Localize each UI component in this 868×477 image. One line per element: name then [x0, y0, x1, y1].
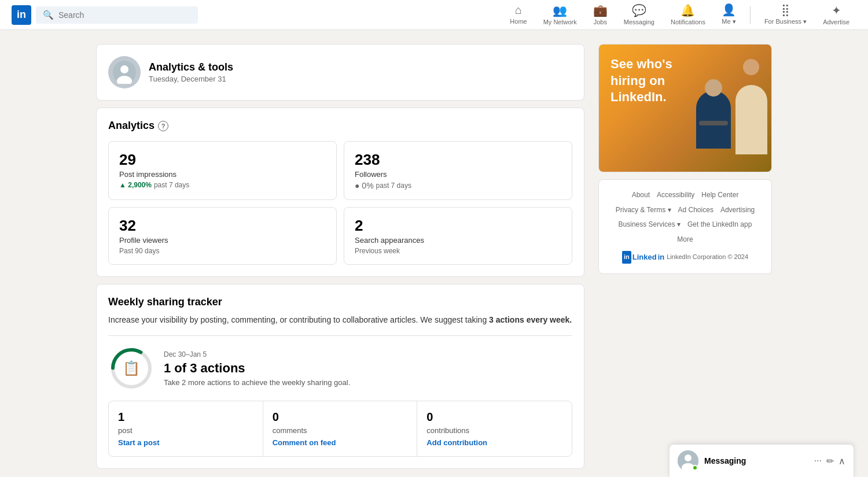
nav-me-label: Me ▾ — [722, 18, 735, 25]
tracker-progress-icon: 📋 — [123, 360, 140, 376]
nav-notifications-label: Notifications — [671, 19, 705, 25]
messaging-more-button[interactable]: ··· — [814, 456, 822, 466]
nav-advertise[interactable]: ✦ Advertise — [816, 0, 856, 30]
analytics-box-post-impressions[interactable]: 29 Post impressions ▲ 2,900% past 7 days — [108, 141, 337, 200]
profile-name: Analytics & tools — [149, 61, 233, 73]
search-appearances-sub: Previous week — [355, 247, 561, 255]
stat-posts-label: post — [118, 426, 253, 435]
tracker-progress-row: 📋 Dec 30–Jan 5 1 of 3 actions Take 2 mor… — [108, 345, 572, 391]
search-appearances-number: 2 — [355, 217, 561, 235]
footer-logo: inLinkedin — [622, 250, 664, 264]
main-content: Analytics & tools Tuesday, December 31 A… — [96, 44, 584, 469]
profile-viewers-number: 32 — [119, 217, 326, 235]
navbar: in 🔍 ⌂ Home 👥 My Network 💼 Jobs 💬 Messag… — [0, 0, 868, 30]
nav-jobs-label: Jobs — [594, 19, 607, 25]
nav-divider — [750, 6, 751, 24]
nav-my-network[interactable]: 👥 My Network — [536, 0, 584, 30]
stat-contributions-num: 0 — [426, 411, 562, 424]
tracker-date: Dec 30–Jan 5 — [164, 350, 572, 358]
messaging-actions: ··· ✏ ∧ — [814, 456, 845, 467]
notifications-icon: 🔔 — [681, 3, 695, 17]
ad-box[interactable]: See who's hiring on LinkedIn. — [598, 44, 772, 172]
comment-feed-link[interactable]: Comment on feed — [273, 438, 408, 447]
add-contribution-link[interactable]: Add contribution — [426, 438, 562, 447]
right-sidebar: See who's hiring on LinkedIn. — [598, 44, 772, 274]
messaging-bar[interactable]: Messaging ··· ✏ ∧ — [669, 444, 854, 477]
search-icon: 🔍 — [43, 10, 54, 20]
stat-comments-num: 0 — [273, 411, 408, 424]
analytics-card: Analytics ? 29 Post impressions ▲ 2,900%… — [96, 108, 584, 277]
footer-copyright: LinkedIn Corporation © 2024 — [667, 252, 748, 263]
main-nav: ⌂ Home 👥 My Network 💼 Jobs 💬 Messaging 🔔… — [503, 0, 856, 30]
analytics-box-search-appearances[interactable]: 2 Search appearances Previous week — [344, 207, 572, 265]
profile-header: Analytics & tools Tuesday, December 31 — [108, 56, 572, 88]
nav-advertise-label: Advertise — [823, 19, 849, 25]
my-network-icon: 👥 — [553, 3, 567, 17]
footer-privacy-terms[interactable]: Privacy & Terms ▾ — [616, 204, 671, 217]
ad-text: See who's hiring on LinkedIn. — [610, 56, 693, 106]
footer-about[interactable]: About — [632, 189, 650, 202]
post-impressions-highlight: ▲ 2,900% — [119, 181, 152, 189]
footer-ad-choices[interactable]: Ad Choices — [678, 204, 713, 217]
profile-viewers-rest: Past 90 days — [119, 247, 159, 255]
footer-row-1: About Accessibility Help Center — [608, 189, 762, 202]
linkedin-logo[interactable]: in — [12, 5, 31, 25]
tracker-stat-comments: 0 comments Comment on feed — [263, 401, 418, 456]
analytics-info-icon[interactable]: ? — [158, 121, 168, 131]
footer-brand: inLinkedin LinkedIn Corporation © 2024 — [608, 250, 762, 264]
profile-viewers-sub: Past 90 days — [119, 247, 326, 255]
footer-help[interactable]: Help Center — [701, 189, 738, 202]
nav-me[interactable]: 👤 Me ▾ — [715, 0, 743, 30]
followers-sub: ● 0% past 7 days — [355, 181, 561, 190]
footer-row-2: Privacy & Terms ▾ Ad Choices Advertising — [608, 204, 762, 217]
footer-row-3: Business Services ▾ Get the LinkedIn app… — [608, 219, 762, 246]
nav-home[interactable]: ⌂ Home — [503, 0, 534, 30]
nav-messaging[interactable]: 💬 Messaging — [617, 0, 661, 30]
svg-point-1 — [120, 65, 128, 73]
stat-comments-label: comments — [273, 426, 408, 435]
followers-number: 238 — [355, 151, 561, 169]
profile-info: Analytics & tools Tuesday, December 31 — [149, 61, 233, 83]
profile-viewers-label: Profile viewers — [119, 236, 326, 245]
stat-contributions-label: contributions — [426, 426, 562, 435]
profile-date: Tuesday, December 31 — [149, 75, 233, 83]
footer-more[interactable]: More — [677, 234, 693, 246]
search-appearances-rest: Previous week — [355, 247, 400, 255]
tracker-title: Weekly sharing tracker — [108, 296, 572, 308]
nav-messaging-label: Messaging — [624, 19, 654, 25]
tracker-desc: Increase your visibility by posting, com… — [108, 314, 572, 326]
messaging-icon: 💬 — [632, 3, 646, 17]
analytics-box-profile-viewers[interactable]: 32 Profile viewers Past 90 days — [108, 207, 337, 265]
nav-for-business[interactable]: ⣿ For Business ▾ — [757, 0, 814, 30]
grid-icon: ⣿ — [781, 3, 790, 17]
tracker-actions-desc: Take 2 more actions to achieve the weekl… — [164, 378, 572, 387]
nav-jobs[interactable]: 💼 Jobs — [586, 0, 615, 30]
messaging-compose-button[interactable]: ✏ — [826, 456, 834, 467]
tracker-circle: 📋 — [108, 345, 155, 391]
analytics-box-followers[interactable]: 238 Followers ● 0% past 7 days — [344, 141, 572, 200]
footer-links: About Accessibility Help Center Privacy … — [598, 179, 772, 274]
ad-image: See who's hiring on LinkedIn. — [599, 45, 771, 172]
followers-label: Followers — [355, 170, 561, 179]
nav-notifications[interactable]: 🔔 Notifications — [664, 0, 712, 30]
online-indicator — [692, 465, 698, 471]
me-icon: 👤 — [722, 3, 736, 17]
svg-point-6 — [685, 454, 692, 461]
messaging-collapse-button[interactable]: ∧ — [838, 456, 845, 467]
followers-highlight: ● 0% — [355, 181, 374, 190]
tracker-stats: 1 post Start a post 0 comments Comment o… — [108, 401, 572, 457]
page-layout: Analytics & tools Tuesday, December 31 A… — [87, 30, 781, 477]
nav-my-network-label: My Network — [543, 19, 577, 25]
search-appearances-label: Search appearances — [355, 236, 561, 245]
stat-posts-num: 1 — [118, 411, 253, 424]
home-icon: ⌂ — [515, 3, 522, 17]
footer-get-app[interactable]: Get the LinkedIn app — [687, 219, 752, 231]
footer-accessibility[interactable]: Accessibility — [657, 189, 694, 202]
post-impressions-label: Post impressions — [119, 170, 326, 179]
followers-rest: past 7 days — [376, 182, 411, 190]
start-post-link[interactable]: Start a post — [118, 438, 253, 447]
footer-advertising[interactable]: Advertising — [720, 204, 755, 217]
footer-business-services[interactable]: Business Services ▾ — [619, 219, 681, 231]
search-input[interactable] — [58, 10, 191, 20]
post-impressions-sub: ▲ 2,900% past 7 days — [119, 181, 326, 189]
